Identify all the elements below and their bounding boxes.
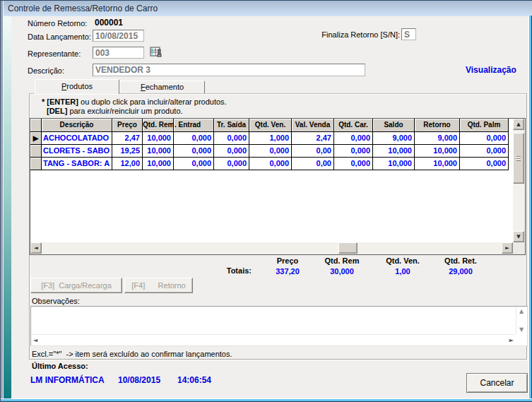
descricao-value: VENDEDOR 3 bbox=[95, 65, 150, 75]
vertical-scroll-thumb[interactable] bbox=[513, 133, 524, 184]
dialog-window: Controle de Remessa/Retorno de Carro Núm… bbox=[0, 0, 532, 402]
total-qtd-ven-value: 1,00 bbox=[373, 267, 432, 276]
grid-row[interactable]: TANG - SABOR: A 12,00 10,000 0,000 0,000… bbox=[30, 158, 525, 170]
col-header-retorno[interactable]: Retorno bbox=[415, 119, 460, 132]
col-header-qtd-ven[interactable]: Qtd. Ven. bbox=[249, 119, 292, 132]
col-header-qtd-palm[interactable]: Qtd. Palm bbox=[460, 119, 509, 132]
total-qtd-ret-value: 29,000 bbox=[431, 267, 490, 276]
cancelar-button[interactable]: Cancelar bbox=[466, 373, 528, 393]
tab-fechamento-label: Fechamento bbox=[120, 81, 204, 91]
scroll-down-button[interactable]: ▼ bbox=[513, 231, 524, 242]
finaliza-retorno-label: Finaliza Retorno [S/N]: bbox=[297, 30, 400, 39]
col-header-qtd-rem[interactable]: Qtd. Rem. bbox=[143, 119, 174, 132]
finaliza-retorno-value: S bbox=[404, 30, 410, 40]
retorno-button[interactable]: [F4] Retorno bbox=[124, 278, 193, 293]
grid-horizontal-scrollbar[interactable]: ◄ ► bbox=[30, 242, 513, 254]
instr1-key: [ENTER] bbox=[47, 97, 78, 106]
data-lancamento-input[interactable]: 10/08/2015 bbox=[93, 30, 144, 42]
obs-scroll-up-icon[interactable]: ▲ bbox=[519, 308, 524, 314]
col-header-qtd-car[interactable]: Qtd. Car. bbox=[334, 119, 373, 132]
instr2-key: [DEL] bbox=[47, 107, 67, 115]
grid-vertical-scrollbar[interactable]: ▲ ▼ bbox=[513, 119, 525, 242]
col-header-tr-saida[interactable]: Tr. Saída bbox=[214, 119, 249, 132]
data-lancamento-label: Data Lançamento: bbox=[28, 32, 91, 41]
excl-note: Excl.="*" -> item será excluído ao confi… bbox=[32, 350, 232, 358]
scroll-left-button[interactable]: ◄ bbox=[30, 242, 42, 254]
observacoes-textarea[interactable]: ▲ ▼ ◄ ► bbox=[30, 306, 528, 346]
total-qtd-ven-label: Qtd. Ven. bbox=[373, 256, 432, 265]
total-qtd-rem-label: Qtd. Rem bbox=[312, 256, 372, 265]
window-border-bottom bbox=[1, 398, 532, 402]
observacoes-horizontal-scrollbar[interactable]: ◄ ► bbox=[31, 334, 516, 345]
instruction-line-1: * [ENTER] ou duplo click para incluir/al… bbox=[42, 97, 227, 106]
total-qtd-ven: Qtd. Ven. 1,00 bbox=[373, 256, 432, 276]
tab-produtos-label: Produtos bbox=[35, 80, 119, 90]
totais-label: Totais: bbox=[213, 266, 252, 275]
total-preco: Preço 337,20 bbox=[258, 256, 317, 276]
col-header-entrada[interactable]: . Entrad bbox=[174, 119, 214, 132]
row-indicator bbox=[30, 145, 42, 158]
total-qtd-ret-label: Qtd. Ret. bbox=[431, 256, 490, 265]
observacoes-label: Observações: bbox=[32, 297, 80, 305]
obs-scroll-right-icon[interactable]: ► bbox=[509, 337, 514, 343]
grid-row[interactable]: ▶ ACHOCOLATADO 2,47 10,000 0,000 0,000 1… bbox=[30, 132, 525, 145]
title-bar[interactable]: Controle de Remessa/Retorno de Carro bbox=[1, 1, 532, 16]
instr1-text: ou duplo click para incluir/alterar prod… bbox=[78, 97, 227, 106]
side-gradient-strip bbox=[4, 16, 11, 399]
visualizacao-link[interactable]: Visualização bbox=[466, 65, 516, 75]
descricao-input[interactable]: VENDEDOR 3 bbox=[93, 64, 365, 76]
footer-empresa: LM INFORMÁTICA bbox=[30, 375, 105, 385]
col-header-descricao[interactable]: Descrição bbox=[42, 119, 112, 132]
col-header-val-venda[interactable]: Val. Venda bbox=[292, 119, 334, 132]
data-lancamento-value: 10/08/2015 bbox=[95, 31, 138, 41]
scroll-right-button[interactable]: ► bbox=[502, 242, 513, 254]
total-preco-label: Preço bbox=[258, 256, 317, 265]
carga-recarga-button[interactable]: [F3] Carga/Recarga bbox=[30, 278, 122, 293]
footer-data: 10/08/2015 bbox=[118, 375, 160, 385]
representante-input[interactable]: 003 bbox=[93, 47, 144, 59]
grid-header-indicator bbox=[30, 119, 42, 132]
col-header-saldo[interactable]: Saldo bbox=[373, 119, 415, 132]
current-row-indicator: ▶ bbox=[30, 132, 42, 145]
window-border-left bbox=[1, 1, 4, 402]
finaliza-retorno-input[interactable]: S bbox=[401, 28, 416, 40]
observacoes-vertical-scrollbar[interactable]: ▲ ▼ bbox=[516, 307, 527, 334]
grid-row[interactable]: CLORETS - SABO 19,25 10,000 0,000 0,000 … bbox=[30, 145, 525, 158]
obs-scroll-left-icon[interactable]: ◄ bbox=[33, 337, 37, 343]
scroll-up-button[interactable]: ▲ bbox=[513, 119, 524, 130]
grid-header-row: Descrição Preço Qtd. Rem. . Entrad Tr. S… bbox=[30, 119, 525, 132]
instr2-text: para excluir/reincluir um produto. bbox=[67, 107, 182, 115]
total-qtd-rem-value: 30,000 bbox=[312, 267, 372, 276]
representante-label: Representante: bbox=[28, 49, 81, 58]
numero-retorno-value: 000001 bbox=[95, 18, 123, 28]
window-border-right bbox=[528, 16, 532, 402]
products-grid: Descrição Preço Qtd. Rem. . Entrad Tr. S… bbox=[30, 118, 526, 255]
total-preco-value: 337,20 bbox=[258, 267, 317, 276]
ultimo-acesso-label: Último Acesso: bbox=[32, 362, 88, 370]
footer-hora: 14:06:54 bbox=[177, 375, 211, 385]
col-header-preco[interactable]: Preço bbox=[112, 119, 143, 132]
descricao-label: Descrição: bbox=[28, 66, 64, 75]
obs-scroll-down-icon[interactable]: ▼ bbox=[519, 326, 524, 333]
total-qtd-ret: Qtd. Ret. 29,000 bbox=[431, 256, 490, 276]
thumb-grip bbox=[516, 156, 521, 161]
total-qtd-rem: Qtd. Rem 30,000 bbox=[312, 256, 372, 276]
representante-value: 003 bbox=[95, 48, 110, 58]
numero-retorno-label: Número Retorno: bbox=[28, 19, 87, 28]
scrollbar-corner bbox=[513, 242, 525, 254]
instruction-line-2: [DEL] para excluir/reincluir um produto. bbox=[47, 107, 183, 115]
row-indicator bbox=[30, 158, 42, 170]
horizontal-scroll-thumb[interactable] bbox=[338, 242, 357, 254]
window-title: Controle de Remessa/Retorno de Carro bbox=[8, 4, 158, 13]
tab-produtos[interactable]: Produtos bbox=[35, 79, 119, 94]
lookup-table-icon[interactable] bbox=[150, 46, 162, 59]
tab-fechamento[interactable]: Fechamento bbox=[119, 81, 205, 93]
